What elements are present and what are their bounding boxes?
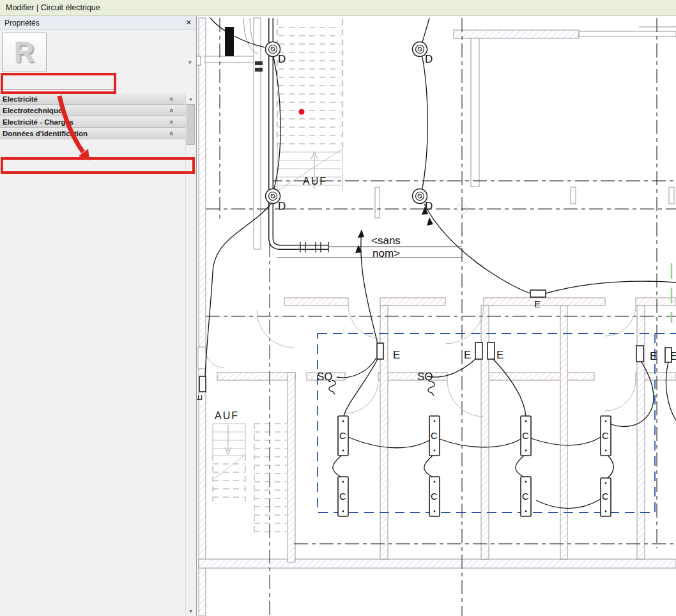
fixture-label-d: D	[278, 200, 286, 212]
stair-lower	[213, 424, 288, 532]
property-group-header: Electricité - Charges«	[0, 116, 185, 128]
close-icon[interactable]: ✕	[186, 19, 192, 27]
revit-logo: R	[14, 36, 35, 68]
fixture-label-e: E	[197, 395, 204, 401]
scrollbar-thumb[interactable]	[187, 104, 195, 145]
annotation-highlight-circuit-name	[1, 157, 195, 174]
properties-palette: Propriétés ✕ R ▾ Circuit électrique (1) …	[0, 16, 197, 616]
fixture-label-c: C	[431, 491, 438, 502]
fixture-label-d: D	[278, 53, 286, 65]
linear-fixtures[interactable]	[338, 416, 611, 516]
red-dot-marker	[299, 109, 305, 115]
fixture-label-c: C	[339, 430, 346, 441]
stair-label-auf: AUF	[303, 176, 327, 187]
stair-upper	[277, 19, 342, 192]
grid-lines	[206, 18, 676, 616]
group-header-label: Electrotechnique	[3, 107, 62, 114]
property-group-header: Données d'identification«	[0, 128, 185, 139]
fixture-label-d: D	[425, 53, 433, 65]
chevron-down-icon[interactable]: ▾	[188, 58, 192, 66]
mode-bar: Modifier | Circuit électrique	[0, 0, 676, 16]
fixture-label-d: D	[425, 200, 433, 212]
fixture-label-c: C	[339, 491, 346, 502]
fixture-label-c: C	[431, 430, 438, 441]
annotation-highlight-type-selector	[1, 73, 116, 94]
collapse-chevron-icon[interactable]: «	[168, 108, 176, 112]
property-group-header: Electricité«	[0, 93, 185, 105]
switch-label-sq: SQ	[417, 371, 433, 383]
circuit-tag-line1[interactable]: <sans	[371, 235, 401, 247]
fixture-label-c: C	[602, 430, 609, 441]
group-header-label: Electricité	[3, 95, 38, 103]
switch-label-sq: SQ	[317, 371, 333, 383]
fixture-label-c: C	[522, 430, 529, 441]
property-group-header: Electrotechnique«	[0, 105, 185, 116]
collapse-chevron-icon[interactable]: «	[168, 131, 176, 135]
stair-label-auf: AUF	[215, 410, 239, 421]
properties-title-bar[interactable]: Propriétés ✕	[0, 16, 196, 30]
fixture-label-e: E	[534, 298, 541, 309]
fixture-label-e: E	[496, 349, 503, 361]
scroll-up-icon[interactable]: ▲	[186, 93, 196, 104]
plan-canvas[interactable]: D D D D E E E E E E E C C C C C C C C SQ	[197, 16, 676, 616]
type-thumbnail[interactable]: R	[2, 33, 47, 72]
scroll-down-icon[interactable]: ▼	[186, 606, 196, 616]
properties-title: Propriétés	[4, 19, 40, 27]
fixture-label-c: C	[602, 491, 609, 502]
fixture-label-e: E	[650, 350, 657, 362]
fixture-label-e: E	[464, 349, 471, 361]
group-header-label: Données d'identification	[3, 130, 88, 137]
plan-view[interactable]: D D D D E E E E E E E C C C C C C C C SQ	[197, 16, 676, 616]
collapse-chevron-icon[interactable]: «	[168, 119, 176, 123]
group-header-label: Electricité - Charges	[3, 118, 73, 126]
circuit-tag-line2[interactable]: nom>	[373, 247, 400, 259]
downlight-fixtures[interactable]	[266, 42, 427, 204]
collapse-chevron-icon[interactable]: «	[168, 96, 176, 100]
fixture-label-c: C	[522, 491, 529, 502]
revit-window: Modifier | Circuit électrique	[0, 0, 676, 616]
fixture-label-e: E	[393, 349, 400, 361]
mode-bar-label: Modifier | Circuit électrique	[6, 3, 100, 12]
fixture-label-e: E	[670, 350, 676, 362]
